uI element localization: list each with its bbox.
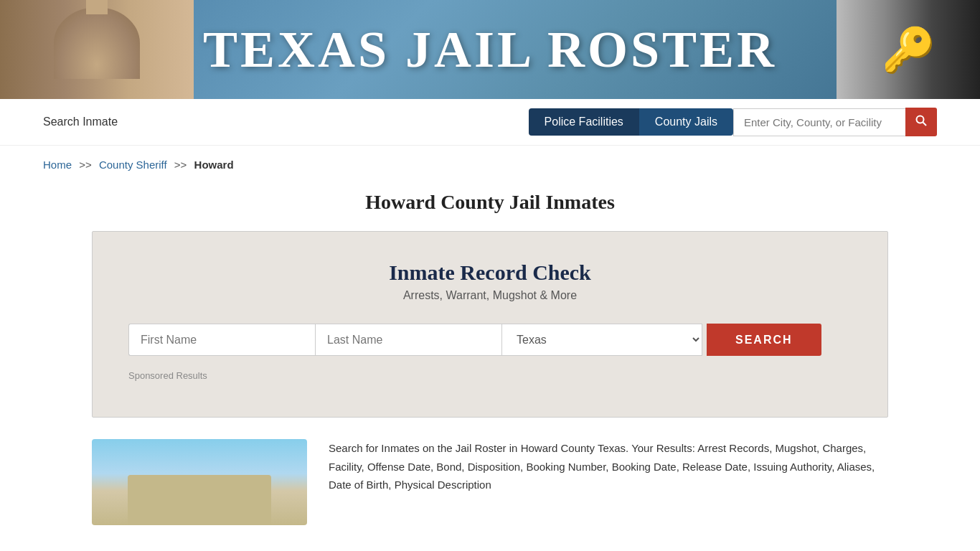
- header-banner: Texas Jail Roster 🔑: [0, 0, 980, 99]
- state-select[interactable]: AlabamaAlaskaArizonaArkansasCaliforniaCo…: [501, 324, 702, 356]
- breadcrumb-separator-1: >>: [79, 159, 92, 171]
- bottom-section: Search for Inmates on the Jail Roster in…: [92, 439, 888, 551]
- breadcrumb-county-sheriff[interactable]: County Sheriff: [99, 159, 167, 171]
- keys-image: 🔑: [837, 0, 980, 99]
- search-inmate-label: Search Inmate: [43, 116, 118, 128]
- record-check-subtitle: Arrests, Warrant, Mugshot & More: [128, 289, 852, 302]
- record-check-title: Inmate Record Check: [128, 260, 852, 285]
- capitol-dome: [54, 7, 140, 79]
- search-button[interactable]: SEARCH: [707, 324, 821, 356]
- sponsored-label: Sponsored Results: [128, 370, 852, 381]
- breadcrumb: Home >> County Sheriff >> Howard: [0, 146, 980, 184]
- last-name-input[interactable]: [315, 324, 501, 356]
- page-title: Howard County Jail Inmates: [0, 191, 980, 214]
- facility-search-input[interactable]: [733, 108, 905, 136]
- search-icon: [915, 115, 927, 126]
- svg-line-1: [923, 123, 927, 126]
- police-facilities-button[interactable]: Police Facilities: [529, 108, 639, 136]
- breadcrumb-separator-2: >>: [174, 159, 187, 171]
- inmate-search-form: AlabamaAlaskaArizonaArkansasCaliforniaCo…: [128, 324, 852, 356]
- navbar: Search Inmate Police Facilities County J…: [0, 99, 980, 146]
- bottom-description: Search for Inmates on the Jail Roster in…: [329, 439, 888, 525]
- nav-controls: Police Facilities County Jails: [529, 108, 937, 136]
- breadcrumb-current: Howard: [194, 159, 234, 171]
- site-title: Texas Jail Roster: [203, 20, 777, 80]
- building-image: [92, 439, 307, 525]
- record-check-box: Inmate Record Check Arrests, Warrant, Mu…: [92, 231, 888, 418]
- svg-point-0: [917, 116, 924, 123]
- breadcrumb-home[interactable]: Home: [43, 159, 72, 171]
- keys-icon: 🔑: [882, 24, 936, 75]
- first-name-input[interactable]: [128, 324, 315, 356]
- facility-search-button[interactable]: [905, 108, 937, 136]
- county-jails-button[interactable]: County Jails: [639, 108, 733, 136]
- capitol-image: [0, 0, 194, 99]
